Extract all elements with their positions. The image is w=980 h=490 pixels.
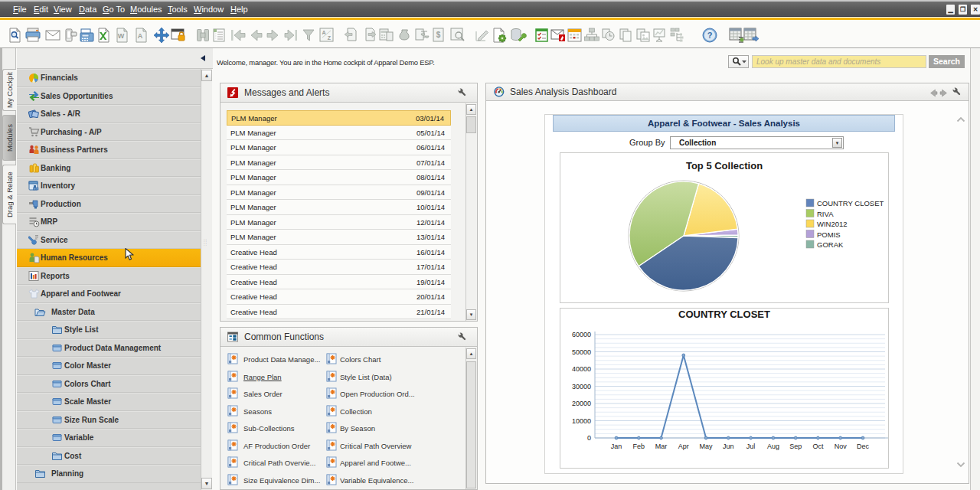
svg-text:W: W <box>118 32 125 40</box>
svg-text:RIVA: RIVA <box>817 210 834 218</box>
svg-text:May: May <box>700 443 714 450</box>
svg-text:Jan: Jan <box>611 443 622 450</box>
svg-text:20000: 20000 <box>572 400 591 407</box>
svg-text:A: A <box>322 30 325 35</box>
svg-text:Feb: Feb <box>633 443 645 450</box>
svg-text:40000: 40000 <box>572 365 591 373</box>
svg-text:$: $ <box>436 31 441 39</box>
svg-text:Apr: Apr <box>678 443 689 450</box>
svg-text:60000: 60000 <box>572 331 591 338</box>
svg-text:A: A <box>138 32 143 40</box>
svg-text:POMIS: POMIS <box>817 230 841 239</box>
svg-text:Aug: Aug <box>767 443 779 450</box>
svg-text:0: 0 <box>587 434 591 442</box>
svg-text:10000: 10000 <box>572 417 591 425</box>
svg-text:30000: 30000 <box>572 383 591 390</box>
svg-text:Sep: Sep <box>789 443 802 450</box>
svg-text:Jul: Jul <box>746 443 756 450</box>
svg-text:GORAK: GORAK <box>817 240 844 249</box>
svg-text:Dec: Dec <box>857 443 870 450</box>
svg-text:Oct: Oct <box>812 443 824 450</box>
svg-text:50000: 50000 <box>572 348 591 356</box>
svg-text:WIN2012: WIN2012 <box>817 220 848 228</box>
svg-text:Jun: Jun <box>723 443 734 450</box>
svg-text:?: ? <box>707 31 713 40</box>
svg-text:Z: Z <box>328 35 332 41</box>
svg-text:Nov: Nov <box>835 443 848 450</box>
svg-text:Mar: Mar <box>655 443 668 450</box>
svg-text:COUNTRY CLOSET: COUNTRY CLOSET <box>817 199 884 207</box>
